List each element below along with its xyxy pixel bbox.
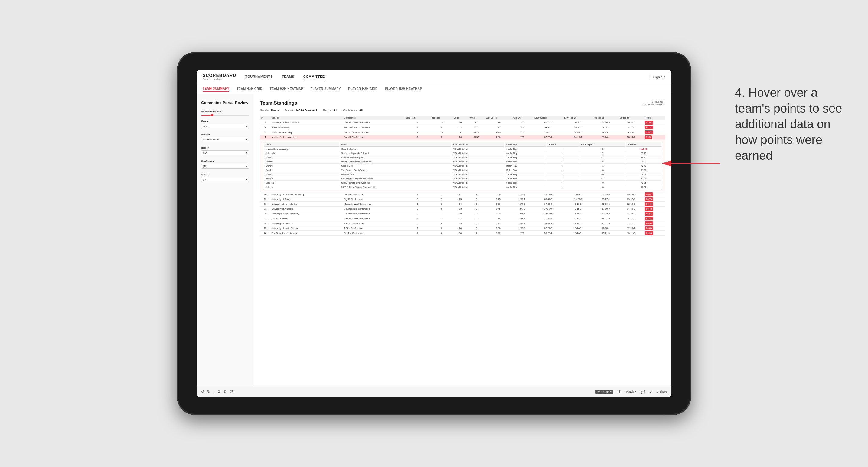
table-header-row: # School Conference Conf Rank No Tour Bn… — [260, 116, 665, 120]
points-badge[interactable]: 88.07 — [645, 192, 653, 196]
prev-icon[interactable]: ‹ — [213, 390, 214, 394]
standings-table: # School Conference Conf Rank No Tour Bn… — [260, 116, 665, 236]
logo-text: SCOREBOARD — [203, 73, 236, 78]
copy-icon[interactable]: ⧉ — [224, 390, 226, 394]
gender-select[interactable]: Men's ▾ — [201, 124, 249, 129]
main-nav: TOURNAMENTS TEAMS COMMITTEE — [245, 73, 648, 80]
tcol-w-points: W Points — [626, 143, 661, 147]
points-badge[interactable]: 88.71 — [645, 217, 653, 220]
share-button[interactable]: ⤴ Share — [657, 390, 667, 393]
table-row: 18 University of California, Berkeley Pa… — [260, 192, 665, 197]
tooltip-row: Univers Amer An Intercollegiate NCAA Div… — [264, 156, 661, 159]
logo-sub: Powered by clippi — [203, 78, 236, 81]
points-badge[interactable]: 86.54 — [645, 221, 653, 225]
settings-icon[interactable]: ⚙ — [217, 390, 221, 394]
filter-row: Gender: Men's Division: NCAA Division I … — [260, 109, 665, 112]
table-row: 3 Vanderbilt University Southeastern Con… — [260, 130, 665, 135]
tcol-event: Event — [340, 143, 451, 147]
table-row: 25 University of North Florida ASUN Conf… — [260, 226, 665, 231]
watch-button[interactable]: Watch ▾ — [626, 390, 636, 393]
right-content: Team Standings Update time: 13/03/2024 1… — [254, 94, 672, 386]
sidebar-section-conference: Conference (All) ▾ — [201, 160, 249, 169]
filter-division: Division: NCAA Division I — [285, 109, 317, 112]
table-row: 1 University of North Carolina Atlantic … — [260, 120, 665, 125]
sidebar-section-gender: Gender Men's ▾ — [201, 120, 249, 129]
points-badge[interactable]: 83.89 — [645, 226, 653, 230]
table-row: 23 Duke University Atlantic Coast Confer… — [260, 216, 665, 221]
redo-icon[interactable]: ↻ — [207, 390, 210, 394]
points-badge[interactable]: 88.43 — [645, 207, 653, 211]
eye-icon: 👁 — [618, 390, 621, 394]
view-original-button[interactable]: View: Original — [595, 390, 613, 394]
tooltip-row: Univers Copper Cup NCAA Division I Match… — [264, 164, 661, 168]
subnav-player-summary[interactable]: PLAYER SUMMARY — [310, 86, 341, 92]
sidebar-label-school: School — [201, 173, 249, 176]
tooltip-row: Arizona State University Cabo Collegiate… — [264, 147, 661, 151]
sub-nav: TEAM SUMMARY TEAM H2H GRID TEAM H2H HEAT… — [196, 84, 672, 94]
filter-division-label: Division: — [285, 109, 295, 112]
sign-out-button[interactable]: Sign out — [653, 75, 665, 79]
sidebar-section-rounds: Minimum Rounds — [201, 110, 249, 116]
filter-conference-label: Conference: — [343, 109, 358, 112]
table-row: 2 Auburn University Southeastern Confere… — [260, 125, 665, 130]
toolbar-right: View: Original 👁 Watch ▾ 💬 ⤢ ⤴ Share — [595, 390, 667, 394]
update-time: Update time: 13/03/2024 10:03:42 — [643, 100, 665, 106]
nav-committee[interactable]: COMMITTEE — [303, 73, 325, 80]
undo-icon[interactable]: ↺ — [201, 390, 204, 394]
table-row: 22 Mississippi State University Southeas… — [260, 211, 665, 216]
division-select[interactable]: NCAA Division I ▾ — [201, 137, 249, 142]
tooltip-row: Univers National Invitational Tournament… — [264, 160, 661, 164]
subnav-player-h2h-grid[interactable]: PLAYER H2H GRID — [348, 86, 378, 92]
col-rank: # — [260, 116, 270, 120]
table-row: 24 University of Oregon Pac-12 Conferenc… — [260, 221, 665, 226]
school-select[interactable]: (All) ▾ — [201, 177, 249, 182]
nav-tournaments[interactable]: TOURNAMENTS — [245, 73, 273, 80]
col-bnds: Bnds — [453, 116, 468, 120]
tooltip-header-row: Team Event Event Division Event Type Rou… — [264, 143, 661, 147]
filter-division-value: NCAA Division I — [297, 109, 317, 112]
points-badge[interactable]: 90.22 — [645, 130, 653, 134]
points-badge[interactable]: 83.61 — [645, 212, 653, 216]
standings-title: Team Standings — [260, 100, 297, 106]
filter-region-label: Region: — [323, 109, 332, 112]
tooltip-row: Univers Williams Cup NCAA Division I Str… — [264, 173, 661, 176]
sidebar-label-gender: Gender — [201, 120, 249, 123]
logo-area: SCOREBOARD Powered by clippi — [203, 73, 236, 81]
nav-teams[interactable]: TEAMS — [282, 73, 294, 80]
points-badge[interactable]: 89.94 — [645, 231, 653, 235]
rounds-slider[interactable] — [201, 115, 249, 116]
filter-region-value: All — [334, 109, 337, 112]
col-points: Points — [644, 116, 665, 120]
subnav-team-h2h-grid[interactable]: TEAM H2H GRID — [237, 86, 262, 92]
tooltip-expanded-row: Team Event Event Division Event Type Rou… — [260, 140, 665, 192]
subnav-team-summary[interactable]: TEAM SUMMARY — [203, 86, 229, 92]
sidebar-title: Committee Portal Review — [201, 100, 249, 105]
filter-gender-label: Gender: — [260, 109, 270, 112]
points-badge[interactable]: 88.70 — [645, 197, 653, 201]
annotation-text: 4. Hover over a team's points to see add… — [735, 85, 850, 163]
points-badge[interactable]: 88.49 — [645, 202, 653, 206]
table-row: 26 The Ohio State University Big Ten Con… — [260, 231, 665, 236]
points-badge[interactable]: 97.03 — [645, 121, 653, 125]
comment-icon[interactable]: 💬 — [641, 390, 645, 394]
tooltip-row: Georgia Ben Hogan Collegiate Invitationa… — [264, 177, 661, 181]
points-badge-highlighted[interactable]: 79.5 — [645, 135, 652, 139]
tooltip-row: Univers 2023 Sahalee Players Championshi… — [264, 185, 661, 189]
timer-icon[interactable]: ⏱ — [229, 390, 233, 394]
tcol-rounds: Rounds — [547, 143, 579, 147]
col-adj-score: Adj. Score — [485, 116, 512, 120]
tcol-team: Team — [264, 143, 339, 147]
subnav-team-h2h-heatmap[interactable]: TEAM H2H HEATMAP — [270, 86, 303, 92]
col-vs-top-25: Vs Top 25 — [593, 116, 619, 120]
annotation-arrow — [659, 154, 720, 173]
tablet-frame: SCOREBOARD Powered by clippi TOURNAMENTS… — [177, 52, 691, 415]
region-select[interactable]: N/A ▾ — [201, 150, 249, 155]
subnav-player-h2h-heatmap[interactable]: PLAYER H2H HEATMAP — [385, 86, 422, 92]
conference-select[interactable]: (All) ▾ — [201, 164, 249, 169]
nav-separator: | — [648, 74, 650, 80]
tooltip-row: Florida I The Cypress Point Classic NCAA… — [264, 168, 661, 172]
table-row: 19 University of Texas Big 12 Conference… — [260, 197, 665, 202]
points-badge[interactable]: 93.31 — [645, 126, 653, 129]
expand-icon[interactable]: ⤢ — [650, 390, 653, 394]
sidebar-label-region: Region — [201, 146, 249, 149]
